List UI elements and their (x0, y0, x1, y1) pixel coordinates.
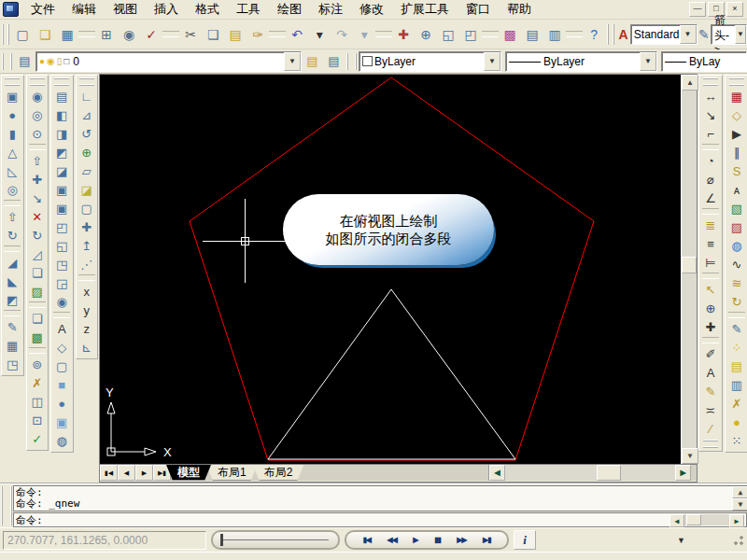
menu-draw[interactable]: 绘图 (269, 1, 310, 18)
color-faces-icon[interactable]: ▨ (27, 282, 48, 301)
menu-insert[interactable]: 插入 (146, 1, 187, 18)
layers-icon[interactable]: ▤ (14, 52, 35, 71)
union-icon[interactable]: ◉ (27, 87, 48, 105)
tolerance-icon[interactable]: ⊕ (700, 299, 721, 317)
command-prompt[interactable]: 命令: ◀ ▶ (13, 512, 747, 527)
chevron-down-icon[interactable]: ▼ (484, 52, 500, 71)
menu-tools[interactable]: 工具 (228, 1, 269, 18)
horizontal-scroll-thumb[interactable] (597, 465, 621, 481)
nw-isometric-icon[interactable]: ◲ (51, 273, 72, 292)
copy-edges-icon[interactable]: ❏ (27, 309, 48, 328)
layer-list-icon[interactable]: ▥ (726, 375, 747, 394)
triangle-polyline[interactable] (268, 289, 515, 459)
attribute-edit-icon[interactable]: ⁘ (726, 338, 747, 357)
toolbar-grip[interactable] (79, 77, 94, 86)
quick-leader-icon[interactable]: ↖ (700, 280, 721, 299)
solid-array-icon[interactable]: ▦ (2, 336, 22, 355)
chevron-down-icon[interactable]: ▼ (680, 25, 697, 44)
linetype-combo[interactable]: ——— ByLayer ▼ (505, 51, 657, 72)
player-first-button[interactable]: ▮◀ (362, 536, 371, 544)
ne-isometric-icon[interactable]: ◳ (51, 255, 72, 273)
save-icon[interactable]: ▦ (56, 23, 78, 46)
command-window-grip[interactable] (1, 486, 12, 525)
zoom-realtime-icon[interactable]: ⊕ (415, 23, 437, 46)
properties-icon[interactable]: ▩ (499, 23, 521, 46)
ucs-world-icon[interactable]: ⊕ (77, 143, 97, 161)
check-icon[interactable]: ✓ (27, 429, 48, 448)
player-forward-button[interactable]: ▶▶ (457, 536, 466, 544)
tab-layout2[interactable]: 布局2 (253, 465, 304, 481)
image-clip-icon[interactable]: ▧ (726, 199, 747, 217)
angular-dimension-icon[interactable]: ∠ (700, 189, 721, 207)
styles-toolbar-grip[interactable] (607, 24, 614, 45)
vertical-scroll-thumb[interactable] (682, 257, 697, 273)
separate-icon[interactable]: ◫ (27, 392, 48, 411)
flat-edges-icon[interactable]: ▣ (51, 413, 72, 431)
toolbar-grip[interactable] (703, 440, 718, 448)
layer-clean-icon[interactable]: ✗ (726, 394, 747, 413)
box-icon[interactable]: ▣ (2, 87, 22, 105)
image-adjust-icon[interactable]: ≋ (726, 273, 747, 292)
3d-wireframe-icon[interactable]: ◇ (51, 338, 72, 357)
redo-dropdown-icon[interactable]: ▾ (353, 23, 375, 46)
break-line-icon[interactable]: ∿ (726, 255, 747, 273)
dimension-update-icon[interactable]: ✎ (700, 382, 721, 400)
ordinate-dimension-icon[interactable]: ⌐ (700, 124, 721, 143)
ucs-previous-icon[interactable]: ↺ (77, 124, 97, 143)
command-hscroll-thumb[interactable] (686, 514, 701, 525)
ucs-view-icon[interactable]: ▢ (77, 199, 97, 217)
scroll-right-icon[interactable]: ▶ (729, 514, 744, 527)
layer-lock-object-icon[interactable]: ⁙ (726, 431, 747, 450)
quick-dimension-icon[interactable]: ≣ (700, 216, 721, 234)
shell-icon[interactable]: ⊡ (27, 411, 48, 429)
menu-express-tools[interactable]: 扩展工具 (392, 1, 458, 18)
dimension-oblique-icon[interactable]: ∕ (700, 419, 721, 438)
cut-icon[interactable]: ✂ (179, 23, 202, 46)
multiple-copy-icon[interactable]: ∥ (726, 143, 747, 161)
tab-nav-next-button[interactable]: ▶ (135, 465, 153, 481)
toolbar-grip[interactable] (729, 77, 744, 86)
right-view-icon[interactable]: ◪ (51, 161, 72, 180)
pentagon-polyline[interactable] (190, 77, 594, 460)
toolbar-grip[interactable] (5, 77, 20, 86)
gouraud-edges-icon[interactable]: ◍ (51, 431, 72, 450)
ucs-named-icon[interactable]: ⊿ (77, 105, 97, 124)
torus-icon[interactable]: ◎ (2, 180, 22, 199)
ucs-icon[interactable]: ∟ (77, 87, 97, 105)
slider-thumb[interactable] (220, 534, 223, 546)
redo-icon[interactable]: ↷ (331, 23, 353, 46)
zoom-window-icon[interactable]: ◱ (437, 23, 459, 46)
rotate-faces-icon[interactable]: ↻ (27, 226, 48, 245)
chevron-down-icon[interactable]: ▼ (284, 52, 301, 71)
ucs-zaxis-icon[interactable]: ↥ (77, 236, 97, 255)
ucs-object-icon[interactable]: ▱ (77, 161, 97, 180)
tool-palettes-icon[interactable]: ▥ (543, 23, 566, 46)
cylinder-icon[interactable]: ▮ (2, 124, 22, 143)
copy-faces-icon[interactable]: ❏ (27, 263, 48, 282)
status-menu-caret-icon[interactable]: ▼ (677, 536, 685, 545)
print-preview-icon[interactable]: ◉ (118, 23, 140, 46)
dim-style-combo[interactable]: 箭头-> ▼ (711, 24, 747, 45)
print-icon[interactable]: ⊞ (95, 23, 118, 46)
scroll-left-icon[interactable]: ◀ (489, 465, 505, 481)
tab-model[interactable]: 模型 (166, 465, 211, 481)
menu-format[interactable]: 格式 (187, 1, 228, 18)
extrude-icon[interactable]: ⇧ (2, 207, 22, 226)
ucs-3point-icon[interactable]: ⋰ (77, 255, 97, 273)
text-mask-icon[interactable]: ✎ (726, 319, 747, 338)
baseline-dimension-icon[interactable]: ≡ (700, 234, 721, 253)
vertical-scrollbar[interactable]: ▲ ▼ (681, 75, 697, 464)
move-faces-icon[interactable]: ✚ (27, 170, 48, 189)
layer-previous-icon[interactable]: ▤ (323, 52, 345, 71)
player-rewind-button[interactable]: ◀◀ (388, 536, 397, 544)
text-style-combo[interactable]: Standard ▼ (630, 24, 698, 45)
clean-icon[interactable]: ✗ (27, 373, 48, 392)
taper-faces-icon[interactable]: ◿ (27, 245, 48, 263)
menu-view[interactable]: 视图 (105, 1, 146, 18)
dimension-style-icon[interactable]: ≍ (700, 400, 721, 419)
se-isometric-icon[interactable]: ◱ (51, 236, 72, 255)
interfere-icon[interactable]: ◩ (2, 290, 22, 309)
bottom-view-icon[interactable]: ◨ (51, 124, 72, 143)
ucs-x-rotate-icon[interactable]: x (77, 282, 97, 301)
hidden-icon[interactable]: ▢ (51, 357, 72, 375)
